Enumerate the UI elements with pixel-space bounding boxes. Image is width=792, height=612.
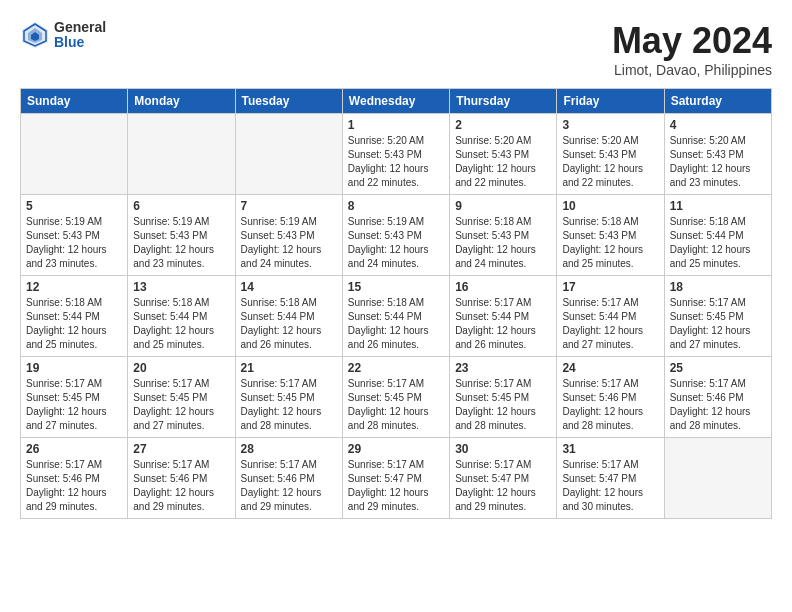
- day-number: 29: [348, 442, 444, 456]
- day-number: 31: [562, 442, 658, 456]
- day-number: 2: [455, 118, 551, 132]
- day-info: Sunrise: 5:17 AM Sunset: 5:46 PM Dayligh…: [26, 458, 122, 514]
- day-info: Sunrise: 5:17 AM Sunset: 5:44 PM Dayligh…: [562, 296, 658, 352]
- day-number: 25: [670, 361, 766, 375]
- day-info: Sunrise: 5:20 AM Sunset: 5:43 PM Dayligh…: [670, 134, 766, 190]
- day-info: Sunrise: 5:17 AM Sunset: 5:45 PM Dayligh…: [26, 377, 122, 433]
- calendar-day-cell: 12Sunrise: 5:18 AM Sunset: 5:44 PM Dayli…: [21, 276, 128, 357]
- calendar-day-cell: 3Sunrise: 5:20 AM Sunset: 5:43 PM Daylig…: [557, 114, 664, 195]
- calendar-day-cell: 20Sunrise: 5:17 AM Sunset: 5:45 PM Dayli…: [128, 357, 235, 438]
- day-number: 5: [26, 199, 122, 213]
- calendar-day-cell: 1Sunrise: 5:20 AM Sunset: 5:43 PM Daylig…: [342, 114, 449, 195]
- day-number: 9: [455, 199, 551, 213]
- calendar-day-cell: [664, 438, 771, 519]
- day-info: Sunrise: 5:17 AM Sunset: 5:47 PM Dayligh…: [455, 458, 551, 514]
- weekday-header: Friday: [557, 89, 664, 114]
- calendar-day-cell: 4Sunrise: 5:20 AM Sunset: 5:43 PM Daylig…: [664, 114, 771, 195]
- weekday-header: Saturday: [664, 89, 771, 114]
- day-number: 4: [670, 118, 766, 132]
- day-info: Sunrise: 5:17 AM Sunset: 5:45 PM Dayligh…: [348, 377, 444, 433]
- day-info: Sunrise: 5:17 AM Sunset: 5:45 PM Dayligh…: [455, 377, 551, 433]
- calendar-day-cell: 19Sunrise: 5:17 AM Sunset: 5:45 PM Dayli…: [21, 357, 128, 438]
- day-number: 17: [562, 280, 658, 294]
- day-info: Sunrise: 5:19 AM Sunset: 5:43 PM Dayligh…: [26, 215, 122, 271]
- weekday-header: Sunday: [21, 89, 128, 114]
- day-info: Sunrise: 5:19 AM Sunset: 5:43 PM Dayligh…: [241, 215, 337, 271]
- calendar-day-cell: 27Sunrise: 5:17 AM Sunset: 5:46 PM Dayli…: [128, 438, 235, 519]
- title-section: May 2024 Limot, Davao, Philippines: [612, 20, 772, 78]
- day-info: Sunrise: 5:17 AM Sunset: 5:45 PM Dayligh…: [133, 377, 229, 433]
- day-number: 19: [26, 361, 122, 375]
- day-number: 22: [348, 361, 444, 375]
- day-info: Sunrise: 5:17 AM Sunset: 5:45 PM Dayligh…: [670, 296, 766, 352]
- day-info: Sunrise: 5:17 AM Sunset: 5:46 PM Dayligh…: [133, 458, 229, 514]
- day-number: 26: [26, 442, 122, 456]
- calendar-day-cell: 5Sunrise: 5:19 AM Sunset: 5:43 PM Daylig…: [21, 195, 128, 276]
- day-number: 1: [348, 118, 444, 132]
- day-info: Sunrise: 5:17 AM Sunset: 5:47 PM Dayligh…: [348, 458, 444, 514]
- calendar-day-cell: [235, 114, 342, 195]
- day-number: 13: [133, 280, 229, 294]
- day-number: 15: [348, 280, 444, 294]
- day-number: 20: [133, 361, 229, 375]
- calendar-day-cell: 26Sunrise: 5:17 AM Sunset: 5:46 PM Dayli…: [21, 438, 128, 519]
- day-number: 11: [670, 199, 766, 213]
- day-number: 30: [455, 442, 551, 456]
- header: General Blue May 2024 Limot, Davao, Phil…: [20, 20, 772, 78]
- day-number: 12: [26, 280, 122, 294]
- calendar-day-cell: 21Sunrise: 5:17 AM Sunset: 5:45 PM Dayli…: [235, 357, 342, 438]
- calendar-day-cell: 8Sunrise: 5:19 AM Sunset: 5:43 PM Daylig…: [342, 195, 449, 276]
- day-number: 8: [348, 199, 444, 213]
- day-info: Sunrise: 5:20 AM Sunset: 5:43 PM Dayligh…: [562, 134, 658, 190]
- calendar-day-cell: 30Sunrise: 5:17 AM Sunset: 5:47 PM Dayli…: [450, 438, 557, 519]
- location-subtitle: Limot, Davao, Philippines: [612, 62, 772, 78]
- day-number: 14: [241, 280, 337, 294]
- weekday-header: Thursday: [450, 89, 557, 114]
- day-number: 21: [241, 361, 337, 375]
- calendar-week-row: 12Sunrise: 5:18 AM Sunset: 5:44 PM Dayli…: [21, 276, 772, 357]
- day-info: Sunrise: 5:17 AM Sunset: 5:44 PM Dayligh…: [455, 296, 551, 352]
- day-info: Sunrise: 5:17 AM Sunset: 5:46 PM Dayligh…: [562, 377, 658, 433]
- calendar-day-cell: 13Sunrise: 5:18 AM Sunset: 5:44 PM Dayli…: [128, 276, 235, 357]
- calendar-day-cell: 7Sunrise: 5:19 AM Sunset: 5:43 PM Daylig…: [235, 195, 342, 276]
- day-info: Sunrise: 5:17 AM Sunset: 5:45 PM Dayligh…: [241, 377, 337, 433]
- calendar-week-row: 5Sunrise: 5:19 AM Sunset: 5:43 PM Daylig…: [21, 195, 772, 276]
- calendar-day-cell: 15Sunrise: 5:18 AM Sunset: 5:44 PM Dayli…: [342, 276, 449, 357]
- calendar-page: General Blue May 2024 Limot, Davao, Phil…: [0, 0, 792, 612]
- logo-icon: [20, 20, 50, 50]
- day-info: Sunrise: 5:17 AM Sunset: 5:46 PM Dayligh…: [670, 377, 766, 433]
- calendar-day-cell: 18Sunrise: 5:17 AM Sunset: 5:45 PM Dayli…: [664, 276, 771, 357]
- day-number: 28: [241, 442, 337, 456]
- day-info: Sunrise: 5:18 AM Sunset: 5:44 PM Dayligh…: [348, 296, 444, 352]
- calendar-day-cell: 31Sunrise: 5:17 AM Sunset: 5:47 PM Dayli…: [557, 438, 664, 519]
- day-number: 7: [241, 199, 337, 213]
- day-number: 16: [455, 280, 551, 294]
- calendar-day-cell: 17Sunrise: 5:17 AM Sunset: 5:44 PM Dayli…: [557, 276, 664, 357]
- calendar-day-cell: [128, 114, 235, 195]
- day-info: Sunrise: 5:17 AM Sunset: 5:47 PM Dayligh…: [562, 458, 658, 514]
- weekday-header-row: SundayMondayTuesdayWednesdayThursdayFrid…: [21, 89, 772, 114]
- day-info: Sunrise: 5:18 AM Sunset: 5:43 PM Dayligh…: [455, 215, 551, 271]
- day-info: Sunrise: 5:18 AM Sunset: 5:44 PM Dayligh…: [133, 296, 229, 352]
- calendar-day-cell: 24Sunrise: 5:17 AM Sunset: 5:46 PM Dayli…: [557, 357, 664, 438]
- day-number: 10: [562, 199, 658, 213]
- calendar-day-cell: 14Sunrise: 5:18 AM Sunset: 5:44 PM Dayli…: [235, 276, 342, 357]
- calendar-day-cell: 9Sunrise: 5:18 AM Sunset: 5:43 PM Daylig…: [450, 195, 557, 276]
- calendar-day-cell: 11Sunrise: 5:18 AM Sunset: 5:44 PM Dayli…: [664, 195, 771, 276]
- logo: General Blue: [20, 20, 106, 51]
- calendar-week-row: 26Sunrise: 5:17 AM Sunset: 5:46 PM Dayli…: [21, 438, 772, 519]
- logo-blue: Blue: [54, 35, 106, 50]
- month-title: May 2024: [612, 20, 772, 62]
- day-number: 6: [133, 199, 229, 213]
- weekday-header: Tuesday: [235, 89, 342, 114]
- calendar-week-row: 1Sunrise: 5:20 AM Sunset: 5:43 PM Daylig…: [21, 114, 772, 195]
- calendar-day-cell: 6Sunrise: 5:19 AM Sunset: 5:43 PM Daylig…: [128, 195, 235, 276]
- day-info: Sunrise: 5:18 AM Sunset: 5:44 PM Dayligh…: [670, 215, 766, 271]
- day-number: 27: [133, 442, 229, 456]
- calendar-day-cell: [21, 114, 128, 195]
- day-info: Sunrise: 5:18 AM Sunset: 5:43 PM Dayligh…: [562, 215, 658, 271]
- day-number: 18: [670, 280, 766, 294]
- day-info: Sunrise: 5:20 AM Sunset: 5:43 PM Dayligh…: [348, 134, 444, 190]
- weekday-header: Wednesday: [342, 89, 449, 114]
- day-number: 24: [562, 361, 658, 375]
